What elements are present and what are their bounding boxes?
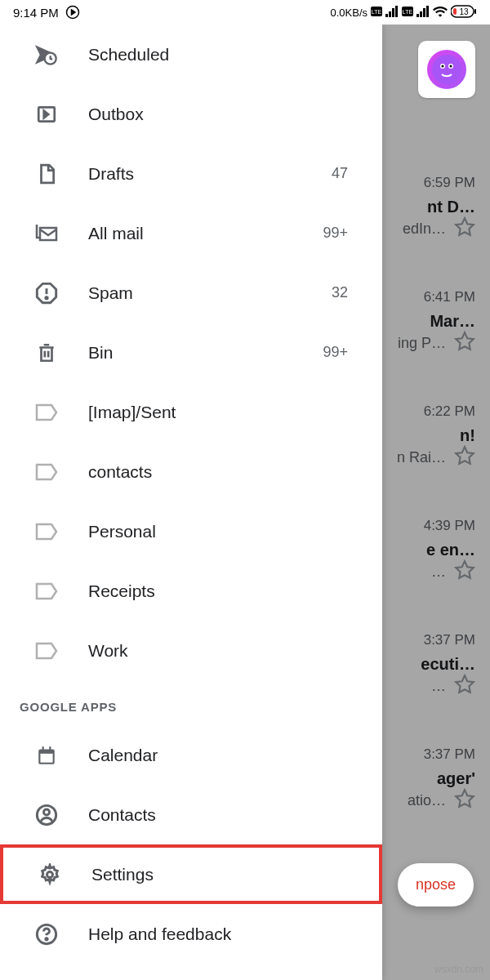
svg-text:LTE: LTE: [403, 9, 413, 15]
svg-point-31: [44, 809, 50, 815]
contacts-icon: [34, 803, 59, 827]
volte-icon-2: LTE: [402, 7, 413, 19]
svg-rect-6: [474, 9, 476, 14]
drawer-label: Drafts: [88, 164, 332, 184]
battery-icon: 13: [451, 5, 477, 20]
drawer-item-contacts-app[interactable]: Contacts: [0, 785, 382, 844]
drawer-label: Personal: [88, 522, 364, 541]
drawer-item-outbox[interactable]: Outbox: [0, 84, 382, 144]
signal-icon-1: [385, 6, 399, 20]
drawer-item-bin[interactable]: Bin 99+: [0, 323, 382, 382]
drawer-label: Contacts: [88, 805, 364, 825]
signal-icon-2: [416, 6, 430, 20]
drawer-item-drafts[interactable]: Drafts 47: [0, 144, 382, 203]
svg-point-15: [432, 55, 461, 84]
volte-icon-1: LTE: [371, 7, 382, 19]
svg-point-18: [442, 65, 444, 68]
drawer-item-settings[interactable]: Settings: [0, 844, 382, 904]
avatar-icon: [427, 50, 466, 89]
watermark: wsxdn.com: [434, 964, 483, 975]
drawer-count: 99+: [323, 225, 364, 242]
allmail-icon: [34, 221, 59, 246]
drawer-count: 99+: [323, 344, 364, 361]
drawer-label: Receipts: [88, 581, 364, 601]
svg-point-25: [46, 296, 47, 298]
label-icon: [34, 400, 59, 425]
label-icon: [34, 519, 59, 544]
drawer-label: Work: [88, 641, 364, 661]
svg-point-19: [450, 65, 452, 68]
drawer-section-header: GOOGLE APPS: [0, 680, 382, 725]
drawer-item-allmail[interactable]: All mail 99+: [0, 203, 382, 263]
compose-button[interactable]: npose: [398, 863, 474, 906]
drawer-label: Spam: [88, 283, 332, 303]
drafts-icon: [34, 162, 59, 186]
navigation-drawer: Scheduled Outbox Drafts 47 All mail 99+ …: [0, 24, 382, 980]
drawer-item-spam[interactable]: Spam 32: [0, 263, 382, 323]
wifi-icon: [433, 6, 448, 20]
scheduled-icon: [34, 42, 59, 67]
drawer-label: Bin: [88, 343, 323, 363]
drawer-item-contacts-label[interactable]: contacts: [0, 442, 382, 501]
drawer-label: Outbox: [88, 105, 364, 124]
status-time: 9:14 PM: [13, 6, 59, 20]
drawer-item-work[interactable]: Work: [0, 621, 382, 680]
bin-icon: [34, 341, 59, 365]
svg-rect-29: [49, 746, 51, 751]
calendar-icon: [34, 743, 59, 768]
drawer-label: Scheduled: [88, 45, 364, 65]
svg-rect-27: [40, 753, 52, 762]
label-icon: [34, 579, 59, 604]
drawer-item-imapsent[interactable]: [Imap]/Sent: [0, 382, 382, 442]
drawer-item-receipts[interactable]: Receipts: [0, 561, 382, 621]
svg-point-32: [47, 871, 53, 877]
drawer-label: Calendar: [88, 746, 364, 765]
music-icon: [65, 5, 80, 20]
svg-text:13: 13: [459, 7, 469, 16]
status-speed: 0.0KB/s: [330, 7, 368, 19]
svg-point-34: [46, 938, 47, 939]
drawer-count: 32: [332, 284, 364, 301]
svg-text:LTE: LTE: [372, 9, 382, 15]
help-icon: [34, 922, 59, 947]
drawer-label: Settings: [91, 865, 361, 884]
drawer-label: All mail: [88, 224, 323, 243]
drawer-count: 47: [332, 165, 364, 182]
label-icon: [34, 639, 59, 663]
drawer-item-scheduled[interactable]: Scheduled: [0, 24, 382, 84]
drawer-label: [Imap]/Sent: [88, 403, 364, 422]
account-avatar-card[interactable]: [418, 41, 475, 98]
gear-icon: [38, 862, 62, 887]
drawer-item-help[interactable]: Help and feedback: [0, 904, 382, 964]
svg-rect-28: [42, 746, 44, 751]
svg-rect-7: [453, 8, 457, 15]
compose-label: npose: [416, 876, 456, 893]
drawer-label: contacts: [88, 462, 364, 482]
drawer-item-personal[interactable]: Personal: [0, 501, 382, 561]
status-bar: 9:14 PM 0.0KB/s LTE LTE 13: [0, 0, 490, 24]
outbox-icon: [34, 102, 59, 127]
drawer-item-calendar[interactable]: Calendar: [0, 725, 382, 785]
label-icon: [34, 460, 59, 484]
spam-icon: [34, 281, 59, 305]
drawer-label: Help and feedback: [88, 924, 364, 944]
